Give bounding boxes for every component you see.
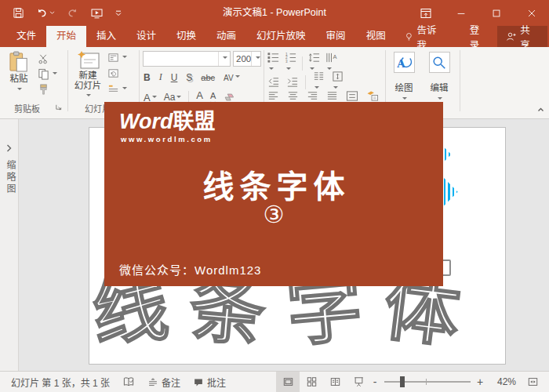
character-spacing-button[interactable]: AV bbox=[224, 72, 240, 83]
spell-check-button[interactable] bbox=[116, 372, 141, 392]
tab-design[interactable]: 设计 bbox=[126, 26, 166, 47]
font-name-combo[interactable] bbox=[143, 51, 231, 67]
tab-home[interactable]: 开始 bbox=[46, 26, 86, 47]
collapse-ribbon-chevron-icon bbox=[536, 107, 545, 113]
zoom-slider[interactable] bbox=[384, 381, 471, 383]
text-shadow-button[interactable]: S bbox=[186, 72, 192, 83]
align-left-icon bbox=[267, 90, 279, 102]
slide-layout-button[interactable] bbox=[107, 52, 127, 64]
share-person-icon bbox=[505, 31, 517, 42]
undo-button[interactable] bbox=[36, 7, 55, 19]
notes-label: 备注 bbox=[162, 376, 180, 389]
brand-logo: Word联盟 bbox=[119, 110, 216, 133]
editing-search-icon bbox=[431, 55, 447, 71]
italic-button[interactable]: I bbox=[159, 71, 162, 83]
underline-button[interactable]: U bbox=[171, 72, 178, 83]
normal-view-icon bbox=[282, 376, 294, 387]
layout-caret-icon bbox=[122, 56, 127, 60]
align-right-button[interactable] bbox=[307, 90, 318, 102]
tab-animations[interactable]: 动画 bbox=[206, 26, 246, 47]
clear-formatting-button[interactable] bbox=[223, 92, 235, 103]
brand-logo-en: Word bbox=[119, 110, 173, 133]
font-size-value: 200 bbox=[236, 54, 251, 64]
tab-insert[interactable]: 插入 bbox=[86, 26, 126, 47]
font-size-combo[interactable]: 200 bbox=[233, 51, 261, 67]
notes-button[interactable]: 备注 bbox=[141, 372, 187, 392]
comments-button[interactable]: 批注 bbox=[187, 372, 232, 392]
align-center-icon bbox=[287, 90, 299, 102]
slideshow-view-icon bbox=[353, 376, 365, 387]
copy-icon bbox=[38, 68, 49, 80]
undo-icon bbox=[36, 7, 48, 19]
format-painter-button[interactable] bbox=[38, 84, 49, 96]
thumbnail-pane-collapsed[interactable]: 缩略图 bbox=[0, 119, 19, 371]
spell-check-icon bbox=[122, 376, 135, 388]
paste-clipboard-icon bbox=[9, 50, 28, 74]
customize-qat-button[interactable] bbox=[115, 10, 122, 16]
align-left-button[interactable] bbox=[267, 90, 279, 102]
zoom-in-button[interactable]: + bbox=[475, 376, 485, 388]
tab-file[interactable]: 文件 bbox=[6, 26, 46, 47]
brand-url: www.wordlm.com bbox=[121, 135, 213, 143]
font-size-caret-icon bbox=[256, 56, 260, 61]
save-button[interactable] bbox=[13, 7, 24, 19]
slide-sorter-icon bbox=[306, 376, 318, 387]
spacing-caret-icon bbox=[235, 75, 240, 80]
line-spacing-icon bbox=[308, 52, 320, 64]
paste-caret-icon bbox=[17, 88, 22, 93]
slide-sorter-view-button[interactable] bbox=[300, 372, 323, 392]
tab-slideshow[interactable]: 幻灯片放映 bbox=[246, 26, 316, 47]
zoom-out-button[interactable]: - bbox=[370, 376, 380, 388]
cut-button[interactable] bbox=[38, 53, 49, 65]
tab-view[interactable]: 视图 bbox=[356, 26, 396, 47]
strikethrough-button[interactable]: abc bbox=[201, 73, 215, 82]
redo-button[interactable] bbox=[67, 7, 78, 19]
align-center-button[interactable] bbox=[287, 90, 299, 102]
paste-button[interactable]: 粘贴 bbox=[5, 50, 33, 95]
title-bar: 演示文稿1 - PowerPoint 文件 开始 插入 设计 切换 动画 幻灯片… bbox=[0, 0, 549, 47]
tab-transitions[interactable]: 切换 bbox=[166, 26, 206, 47]
copy-button[interactable] bbox=[38, 68, 57, 80]
section-icon bbox=[107, 83, 119, 95]
section-button[interactable] bbox=[107, 83, 127, 95]
slideshow-view-button[interactable] bbox=[347, 372, 370, 392]
format-painter-icon bbox=[38, 84, 49, 96]
bullets-icon bbox=[267, 52, 279, 64]
increase-indent-icon bbox=[286, 76, 298, 88]
share-button[interactable]: 共享 bbox=[497, 26, 547, 47]
popup-footer: 微信公众号：Wordlm123 bbox=[119, 261, 261, 278]
notes-icon bbox=[147, 377, 158, 387]
fit-to-window-icon bbox=[527, 376, 539, 387]
cut-scissors-icon bbox=[38, 53, 49, 65]
columns-icon bbox=[313, 71, 325, 82]
expand-pane-chevron-icon[interactable] bbox=[6, 144, 12, 152]
tab-review[interactable]: 审阅 bbox=[316, 26, 356, 47]
clipboard-dialog-launcher[interactable] bbox=[55, 103, 62, 111]
svg-text:A: A bbox=[333, 53, 336, 60]
smartart-button[interactable] bbox=[366, 90, 379, 102]
new-slide-button[interactable]: 新建 幻灯片 bbox=[72, 50, 104, 101]
justify-button[interactable] bbox=[326, 90, 338, 102]
drawing-button[interactable]: A 绘图 bbox=[390, 52, 418, 104]
align-right-icon bbox=[307, 90, 318, 102]
editing-button[interactable]: 编辑 bbox=[425, 52, 453, 104]
increase-indent-button[interactable] bbox=[286, 76, 298, 88]
fit-slide-to-window-button[interactable] bbox=[521, 372, 544, 392]
svg-text:3: 3 bbox=[285, 60, 288, 64]
thumbnail-pane-label: 缩略图 bbox=[4, 160, 17, 195]
normal-view-button[interactable] bbox=[276, 372, 300, 392]
decrease-indent-button[interactable] bbox=[267, 76, 279, 88]
collapse-ribbon-button[interactable] bbox=[536, 107, 545, 113]
editing-label: 编辑 bbox=[425, 83, 453, 93]
decrease-indent-icon bbox=[267, 76, 279, 88]
change-case-caret-icon bbox=[176, 96, 181, 100]
reset-slide-button[interactable] bbox=[107, 67, 119, 79]
reading-view-button[interactable] bbox=[323, 372, 347, 392]
zoom-percentage[interactable]: 42% bbox=[486, 376, 516, 387]
change-case-button[interactable]: Aa bbox=[164, 92, 182, 103]
customize-qat-icon bbox=[115, 10, 122, 16]
distribute-button[interactable] bbox=[346, 90, 358, 102]
zoom-slider-handle[interactable] bbox=[400, 376, 405, 387]
bold-button[interactable]: B bbox=[144, 72, 151, 83]
start-slideshow-button[interactable] bbox=[90, 7, 104, 20]
